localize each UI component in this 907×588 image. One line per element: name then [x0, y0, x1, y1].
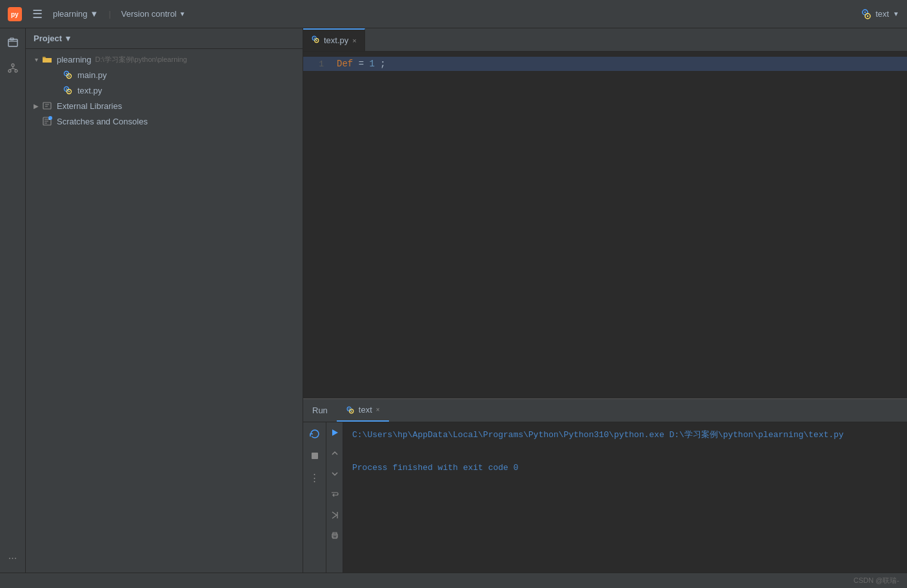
more-icon: ···: [8, 553, 17, 564]
svg-point-17: [66, 88, 67, 90]
hamburger-menu-icon[interactable]: ☰: [32, 7, 43, 21]
root-chevron-icon: ▾: [31, 56, 41, 63]
code-line-1: 1 Def = 1 ;: [303, 57, 907, 71]
editor-area: text.py × 1 Def = 1 ;: [303, 28, 907, 573]
bottom-content: ⋮: [303, 422, 907, 573]
editor-section: text.py × 1 Def = 1 ;: [303, 28, 907, 398]
tree-external-libraries[interactable]: ▶ External Libraries: [26, 98, 303, 113]
svg-text:py: py: [11, 11, 19, 18]
sidebar-icon-project[interactable]: [4, 34, 22, 52]
console-side-toolbar: [326, 422, 343, 573]
svg-point-18: [68, 91, 70, 92]
svg-point-29: [348, 408, 350, 409]
console-empty-line: [352, 446, 898, 458]
sidebar-icon-more[interactable]: ···: [4, 549, 22, 567]
tree-root-folder[interactable]: ▾ plearning D:\学习案例\python\plearning: [26, 52, 303, 67]
tab-icon: [311, 35, 320, 46]
svg-point-9: [8, 70, 11, 72]
code-editor[interactable]: 1 Def = 1 ;: [303, 52, 907, 398]
titlebar: py ☰ plearning ▼ | Version control ▼ tex…: [0, 0, 907, 28]
stop-button[interactable]: [307, 448, 323, 464]
tab-label: text.py: [324, 35, 348, 45]
text-tab-label: text: [359, 405, 372, 415]
main-py-icon: [62, 69, 74, 81]
rerun-button[interactable]: [307, 426, 323, 442]
project-chevron-icon: ▼: [90, 9, 99, 19]
console-success-line: Process finished with exit code 0: [352, 462, 898, 475]
scratches-label: Scratches and Consoles: [57, 117, 148, 126]
more-options-button[interactable]: ⋮: [307, 470, 323, 485]
main-py-label: main.py: [77, 70, 107, 80]
external-libraries-icon: [41, 100, 53, 112]
console-path-text: C:\Users\hp\AppData\Local\Programs\Pytho…: [352, 430, 844, 440]
external-libraries-chevron-icon: ▶: [31, 103, 41, 110]
project-header-label: Project: [34, 34, 62, 43]
status-bar-label: CSDN @联瑞-: [853, 576, 899, 585]
more-options-icon: ⋮: [310, 472, 319, 484]
tree-scratches-consoles[interactable]: = Scratches and Consoles: [26, 113, 303, 129]
project-panel-header[interactable]: Project ▾: [26, 28, 303, 49]
code-content-1: Def = 1 ;: [334, 59, 386, 69]
svg-point-13: [66, 73, 67, 74]
run-toolbar: ⋮: [303, 422, 326, 573]
svg-point-10: [15, 70, 17, 72]
run-button[interactable]: [327, 425, 343, 440]
root-folder-label: plearning: [57, 55, 92, 64]
bottom-tabs: Run text ×: [303, 399, 907, 422]
text-py-label: text.py: [77, 86, 102, 95]
run-tab-label: Run: [312, 406, 328, 415]
console-area: C:\Users\hp\AppData\Local\Programs\Pytho…: [326, 422, 907, 573]
svg-point-5: [867, 15, 868, 16]
svg-point-8: [12, 64, 14, 66]
icon-sidebar: ···: [0, 28, 26, 573]
main-layout: ··· Project ▾ ▾: [0, 28, 907, 573]
editor-tabs: text.py ×: [303, 28, 907, 52]
root-folder-path: D:\学习案例\python\plearning: [95, 55, 187, 64]
text-tab-close-icon[interactable]: ×: [376, 406, 380, 413]
scroll-up-button[interactable]: [327, 446, 343, 461]
tree-file-main-py[interactable]: main.py: [26, 67, 303, 83]
bottom-tab-run[interactable]: Run: [303, 399, 337, 422]
bottom-tab-text[interactable]: text ×: [337, 399, 389, 422]
vcs-chevron-icon: ▼: [179, 10, 186, 17]
svg-rect-31: [312, 453, 318, 459]
project-tree: ▾ plearning D:\学习案例\python\plearning: [26, 49, 303, 573]
console-success-text: Process finished with exit code 0: [352, 463, 518, 473]
run-config[interactable]: text ▼: [861, 9, 899, 19]
scroll-to-end-button[interactable]: [327, 507, 343, 523]
run-config-chevron-icon: ▼: [893, 10, 899, 17]
console-path-line: C:\Users\hp\AppData\Local\Programs\Pytho…: [352, 429, 898, 442]
svg-point-14: [68, 75, 70, 77]
sidebar-icon-structure[interactable]: [4, 59, 22, 77]
editor-tab-text-py[interactable]: text.py ×: [303, 28, 365, 51]
content-area: Project ▾ ▾ plearning D:\学习案例\python\ple…: [26, 28, 907, 573]
folder-icon: [41, 54, 53, 65]
vcs-menu[interactable]: Version control ▼: [121, 9, 186, 19]
svg-point-25: [314, 37, 315, 39]
console-output: C:\Users\hp\AppData\Local\Programs\Pytho…: [343, 422, 907, 573]
scroll-down-button[interactable]: [327, 466, 343, 482]
svg-point-30: [351, 410, 352, 411]
run-config-label: text: [875, 9, 889, 19]
project-panel: Project ▾ ▾ plearning D:\学习案例\python\ple…: [26, 28, 303, 573]
external-libraries-label: External Libraries: [57, 101, 122, 111]
tree-file-text-py[interactable]: text.py: [26, 83, 303, 98]
scratches-icon: =: [41, 115, 53, 127]
tab-close-icon[interactable]: ×: [352, 37, 356, 44]
svg-marker-32: [332, 429, 338, 436]
text-tab-content: text ×: [346, 405, 380, 415]
status-bar: CSDN @联瑞-: [0, 573, 907, 588]
wrap-button[interactable]: [327, 487, 343, 502]
bottom-panel: Run text ×: [303, 398, 907, 573]
vcs-label: Version control: [121, 9, 177, 19]
svg-point-26: [316, 40, 317, 41]
svg-rect-6: [8, 39, 17, 46]
project-menu[interactable]: plearning ▼: [53, 9, 98, 19]
svg-point-4: [864, 11, 866, 12]
print-button[interactable]: [327, 528, 343, 544]
svg-rect-19: [43, 103, 51, 109]
project-header-chevron-icon: ▾: [66, 34, 70, 43]
text-py-icon: [62, 84, 74, 96]
project-name-label: plearning: [53, 9, 88, 19]
line-number-1: 1: [303, 59, 334, 69]
